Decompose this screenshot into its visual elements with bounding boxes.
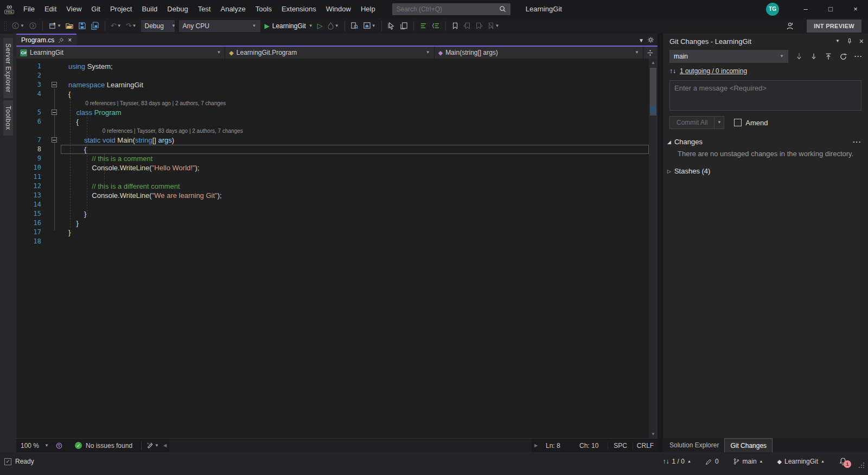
code-line[interactable]: { (61, 145, 649, 154)
commit-message-input[interactable] (674, 84, 857, 107)
toolbar-grip[interactable] (4, 21, 7, 31)
line-number[interactable]: 15 (16, 209, 49, 219)
health-status-text[interactable]: No issues found (86, 442, 132, 450)
fold-toggle-icon[interactable] (52, 110, 57, 115)
code-editor[interactable]: 123456789101112131415161718 using System… (16, 59, 658, 438)
code-line[interactable] (61, 200, 649, 209)
line-number[interactable] (16, 126, 49, 136)
refresh-icon[interactable] (839, 53, 847, 61)
git-actions-overflow-icon[interactable]: ··· (854, 53, 863, 60)
send-feedback-button[interactable] (784, 20, 796, 33)
menu-analyze[interactable]: Analyze (215, 0, 250, 18)
fold-toggle-icon[interactable] (52, 82, 57, 87)
navigate-back-button[interactable]: ▼ (10, 20, 26, 33)
line-number[interactable]: 7 (16, 136, 49, 145)
line-number[interactable] (16, 99, 49, 108)
branch-selector-dropdown[interactable]: main ▼ (669, 50, 788, 63)
scroll-left-icon[interactable]: ◀ (161, 443, 169, 448)
save-button[interactable] (76, 20, 88, 33)
int-preview-button[interactable]: INT PREVIEW (807, 20, 861, 33)
line-number[interactable]: 9 (16, 154, 49, 163)
solution-explorer-button[interactable]: ▼ (361, 20, 378, 33)
pin-icon[interactable] (58, 37, 64, 43)
minimize-button[interactable]: – (793, 0, 818, 18)
sidebar-tab-server-explorer[interactable]: Server Explorer (3, 38, 13, 98)
search-input[interactable] (397, 5, 499, 13)
stashes-expander-icon[interactable]: ▷ (667, 169, 671, 174)
menu-extensions[interactable]: Extensions (277, 0, 321, 18)
sidebar-tab-toolbox[interactable]: Toolbox (3, 100, 13, 136)
code-line[interactable]: static void Main(string[] args) (61, 136, 649, 145)
code-line[interactable]: namespace LearningGit (61, 80, 649, 89)
current-branch-indicator[interactable]: main ▲ (733, 458, 763, 465)
changes-section-header[interactable]: ◢ Changes ··· (667, 138, 861, 146)
zoom-dropdown[interactable]: 100 % ▼ (16, 442, 55, 450)
pull-icon[interactable] (810, 53, 818, 61)
code-line[interactable]: class Program (61, 108, 649, 117)
horizontal-scroll-track[interactable] (169, 439, 532, 452)
solution-configuration-dropdown[interactable]: Debug ▼ (141, 20, 175, 32)
redo-button[interactable]: ↷ ▼ (124, 20, 138, 33)
solution-platform-dropdown[interactable]: Any CPU ▼ (179, 20, 260, 32)
outgoing-incoming-link[interactable]: 1 outgoing / 0 incoming (680, 67, 747, 75)
breadcrumb-type-dropdown[interactable]: ◆ LearningGit.Program ▼ (225, 47, 434, 59)
account-avatar[interactable]: TG (766, 3, 779, 16)
horizontal-scrollbar[interactable]: ◀ ▶ (161, 439, 540, 452)
code-line[interactable] (61, 237, 649, 246)
next-bookmark-button[interactable] (474, 20, 484, 33)
menu-test[interactable]: Test (193, 0, 216, 18)
line-number[interactable]: 2 (16, 71, 49, 80)
go-to-definition-button[interactable] (386, 20, 397, 33)
start-debugging-button[interactable]: ▶ LearningGit ▼ (263, 20, 315, 33)
resize-grip[interactable] (857, 461, 865, 468)
code-cleanup-button[interactable]: ▼ (145, 439, 161, 452)
line-number[interactable]: 6 (16, 117, 49, 126)
line-number[interactable]: 12 (16, 182, 49, 191)
menu-view[interactable]: View (61, 0, 86, 18)
line-number[interactable]: 18 (16, 237, 49, 246)
clear-bookmarks-button[interactable]: ▼ (486, 20, 501, 33)
menu-edit[interactable]: Edit (40, 0, 61, 18)
line-number-gutter[interactable]: 123456789101112131415161718 (16, 59, 49, 438)
bookmarks-dropdown-icon[interactable]: ▼ (495, 24, 500, 28)
start-without-debugging-button[interactable]: ▷ (316, 20, 324, 33)
stashes-section-header[interactable]: ▷ Stashes (4) (667, 167, 861, 175)
line-number[interactable]: 10 (16, 163, 49, 172)
split-editor-button[interactable] (643, 47, 658, 59)
uncomment-lines-button[interactable] (430, 20, 442, 33)
outline-margin[interactable] (49, 59, 61, 438)
menu-build[interactable]: Build (137, 0, 162, 18)
close-button[interactable]: × (843, 0, 868, 18)
code-line[interactable]: { (61, 117, 649, 126)
code-line[interactable]: Console.WriteLine("We are learning Git")… (61, 191, 649, 200)
menu-file[interactable]: File (18, 0, 40, 18)
code-line[interactable] (61, 172, 649, 182)
find-in-files-button[interactable] (349, 20, 360, 33)
amend-checkbox[interactable] (734, 119, 742, 126)
solution-explorer-dropdown-icon[interactable]: ▼ (372, 24, 376, 28)
back-dropdown-icon[interactable]: ▼ (20, 24, 24, 28)
line-ending-indicator[interactable]: CRLF (633, 442, 658, 450)
column-indicator[interactable]: Ch: 10 (574, 442, 608, 450)
changes-expander-icon[interactable]: ◢ (667, 139, 671, 145)
menu-window[interactable]: Window (321, 0, 356, 18)
toggle-bookmark-button[interactable] (450, 20, 461, 33)
breadcrumb-member-dropdown[interactable]: ◆ Main(string[] args) ▼ (435, 47, 643, 59)
sync-commits-indicator[interactable]: ↑↓ 1 / 0 ▲ (663, 458, 691, 465)
menu-git[interactable]: Git (86, 0, 105, 18)
fold-toggle-icon[interactable] (52, 137, 57, 143)
line-number[interactable]: 13 (16, 191, 49, 200)
current-repo-indicator[interactable]: ◆ LearningGit ▲ (777, 458, 825, 465)
menu-tools[interactable]: Tools (251, 0, 277, 18)
code-line[interactable]: using System; (61, 62, 649, 71)
search-box[interactable] (392, 3, 510, 15)
codelens-row[interactable]: 0 references | Taysser, 83 days ago | 2 … (61, 99, 649, 108)
tab-git-changes[interactable]: Git Changes (724, 438, 773, 452)
hot-reload-dropdown-icon[interactable]: ▼ (335, 24, 339, 28)
indent-mode-indicator[interactable]: SPC (608, 442, 633, 450)
line-number[interactable]: 17 (16, 228, 49, 237)
push-icon[interactable] (825, 53, 832, 61)
undo-dropdown-icon[interactable]: ▼ (117, 24, 122, 28)
code-line[interactable]: // this is a comment (61, 154, 649, 163)
menu-debug[interactable]: Debug (162, 0, 193, 18)
